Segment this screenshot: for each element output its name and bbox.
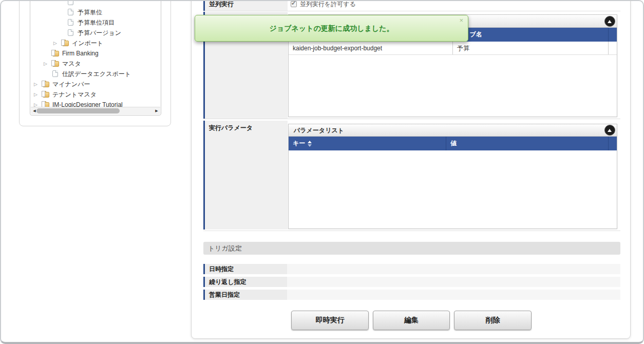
param-panel-header: パラメータリスト (289, 124, 617, 137)
horizontal-scrollbar[interactable]: ◀ ▶ (31, 107, 160, 114)
table-row[interactable]: kaiden-job-budget-export-budget 予算 (289, 42, 617, 55)
file-icon (68, 19, 73, 26)
success-toast: ジョブネットの更新に成功しました。 × (195, 15, 468, 42)
collapse-button[interactable] (604, 16, 615, 27)
file-icon (68, 9, 73, 15)
row-divider (203, 231, 620, 231)
scroll-right-icon[interactable]: ▶ (153, 107, 160, 114)
trigger-bizday-value (287, 290, 620, 300)
folder-icon (43, 82, 49, 87)
tree-item-label: 予算単位項目 (78, 17, 115, 28)
trigger-datetime-label: 日時指定 (203, 264, 287, 274)
tree-panel: 予算単位 予算単位項目 予算バージョン ▷ インポート Firm Banking… (19, 0, 171, 126)
expand-arrow-icon[interactable]: ▷ (34, 79, 37, 89)
file-icon (52, 70, 58, 77)
run-now-button[interactable]: 即時実行 (291, 311, 369, 330)
trigger-section-header: トリガ設定 (203, 242, 620, 255)
trigger-repeat-value (287, 277, 620, 287)
scrollbar-thumb[interactable] (36, 108, 120, 113)
tree-item-label: マスタ (62, 59, 81, 69)
collapse-arrow-icon (608, 129, 612, 132)
key-col-header[interactable]: キー (289, 137, 446, 150)
tree-item-label: 予算単位 (78, 7, 102, 17)
folder-icon (52, 61, 59, 67)
param-table-header: キー 値 (289, 137, 617, 150)
tree-item-firm-banking[interactable]: Firm Banking (30, 48, 161, 59)
parallel-exec-label-cell: 並列実行 (203, 0, 288, 11)
tree-item-label: 仕訳データエクスポート (62, 69, 131, 79)
trigger-bizday-label: 営業日指定 (203, 290, 287, 300)
tree-item-budget-version[interactable]: 予算バージョン (30, 28, 161, 38)
sort-icon[interactable] (308, 141, 312, 147)
close-icon[interactable]: × (459, 17, 463, 24)
folder-tree: 予算単位 予算単位項目 予算バージョン ▷ インポート Firm Banking… (30, 0, 161, 116)
tree-item-mynumber[interactable]: ▷ マイナンバー (30, 79, 161, 89)
collapse-arrow-icon (608, 20, 612, 23)
param-panel-title: パラメータリスト (294, 124, 344, 137)
exec-params-label-cell: 実行パラメータ (203, 121, 288, 230)
edit-button[interactable]: 編集 (373, 311, 450, 330)
trigger-datetime-value (287, 264, 620, 274)
file-icon (68, 29, 73, 36)
app-window: 予算単位 予算単位項目 予算バージョン ▷ インポート Firm Banking… (0, 0, 644, 344)
parallel-exec-checkbox: ✔ (291, 1, 297, 7)
check-icon: ✔ (291, 0, 296, 7)
tree-item-import[interactable]: ▷ インポート (30, 38, 161, 48)
tree-item-label: インポート (72, 38, 103, 48)
expand-arrow-icon[interactable]: ▷ (53, 38, 57, 48)
tree-item-journal-export[interactable]: 仕訳データエクスポート (30, 69, 161, 79)
value-col-header: 値 (446, 137, 609, 150)
job-name-cell: 予算 (453, 42, 609, 54)
tree-item-master[interactable]: ▷ マスタ (30, 59, 161, 69)
param-list-panel: パラメータリスト キー 値 (288, 124, 617, 229)
action-button-row: 即時実行 編集 削除 (291, 311, 532, 330)
folder-icon (62, 41, 69, 46)
tree-item-budget-unit-item[interactable]: 予算単位項目 (30, 17, 161, 28)
row-divider (203, 119, 620, 119)
tree-item-label: Firm Banking (62, 48, 99, 59)
tree-item[interactable] (30, 0, 161, 7)
expand-arrow-icon[interactable]: ▷ (34, 89, 37, 100)
exec-params-label: 実行パラメータ (209, 124, 253, 132)
parallel-exec-label: 並列実行 (209, 0, 234, 9)
tree-item-tenant-master[interactable]: ▷ テナントマスタ (30, 89, 161, 100)
jobname-col-header: ジョブ名 (453, 28, 609, 42)
collapse-button[interactable] (604, 125, 615, 136)
row-divider (203, 11, 620, 11)
jobnet-detail-card: 並列実行 ✔ 並列実行を許可する ジョブ名 kaiden-job-budget-… (191, 0, 631, 339)
tree-item-label: 予算バージョン (78, 28, 121, 38)
tree-item-budget-unit[interactable]: 予算単位 (30, 7, 161, 17)
parallel-exec-checkbox-label: 並列実行を許可する (300, 1, 356, 8)
tree-item-label: マイナンバー (52, 79, 90, 89)
toast-message: ジョブネットの更新に成功しました。 (195, 15, 468, 41)
folder-icon (43, 92, 49, 98)
folder-icon (52, 51, 59, 56)
file-icon (68, 0, 73, 5)
tree-item-label: テナントマスタ (52, 89, 97, 100)
header-strip (609, 137, 617, 150)
delete-button[interactable]: 削除 (454, 311, 532, 330)
job-id-cell: kaiden-job-budget-export-budget (289, 42, 453, 54)
expand-arrow-icon[interactable]: ▷ (44, 59, 47, 69)
trigger-repeat-label: 繰り返し指定 (203, 277, 287, 287)
header-strip (609, 28, 617, 42)
